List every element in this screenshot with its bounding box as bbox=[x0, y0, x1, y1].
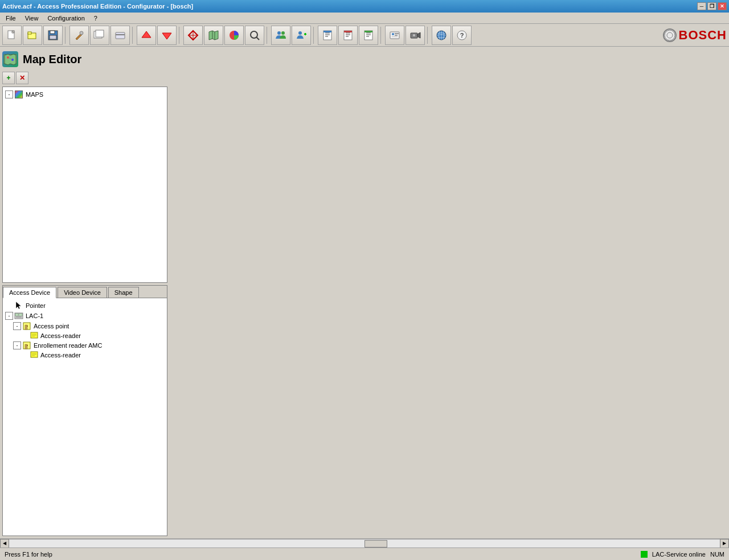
menu-bar: File View Configuration ? bbox=[0, 13, 729, 24]
report1-button[interactable] bbox=[318, 26, 337, 45]
svg-rect-43 bbox=[364, 31, 372, 32]
scroll-left-button[interactable]: ◀ bbox=[0, 539, 9, 548]
menu-help[interactable]: ? bbox=[89, 14, 102, 23]
save-button[interactable] bbox=[43, 26, 63, 45]
svg-rect-66 bbox=[16, 316, 22, 318]
graph-button[interactable] bbox=[183, 26, 203, 45]
access-point-expander[interactable]: - bbox=[13, 322, 21, 330]
svg-marker-62 bbox=[16, 302, 21, 309]
lac-icon bbox=[14, 311, 23, 320]
id-button[interactable] bbox=[385, 26, 404, 45]
svg-point-69 bbox=[27, 326, 28, 327]
access-reader-2-label: Access-reader bbox=[39, 352, 81, 359]
separator-4 bbox=[267, 27, 269, 44]
arrow-down-button[interactable] bbox=[157, 26, 177, 45]
separator-6 bbox=[380, 27, 383, 44]
svg-rect-33 bbox=[323, 31, 331, 32]
toolbar: ? BOSCH bbox=[0, 24, 729, 47]
scroll-thumb[interactable] bbox=[364, 540, 387, 547]
enrollment-icon bbox=[22, 341, 31, 350]
pie-button[interactable] bbox=[224, 26, 244, 45]
svg-marker-50 bbox=[417, 32, 420, 38]
horizontal-scrollbar: ◀ ▶ bbox=[0, 538, 729, 547]
close-button[interactable]: ✕ bbox=[718, 2, 727, 10]
status-bar: Press F1 for help LAC-Service online NUM bbox=[0, 547, 729, 560]
scroll-track[interactable] bbox=[9, 539, 720, 548]
svg-rect-64 bbox=[15, 314, 18, 316]
enrollment-reader-label: Enrollement reader AMC bbox=[32, 342, 102, 349]
globe-button[interactable] bbox=[432, 26, 451, 45]
window-title: Active.acf - Access Professional Edition… bbox=[2, 3, 193, 10]
enrollment-reader-item[interactable]: - Enrollement reader AMC bbox=[5, 340, 165, 351]
svg-text:?: ? bbox=[460, 32, 464, 39]
report3-button[interactable] bbox=[359, 26, 378, 45]
import-button[interactable] bbox=[90, 26, 109, 45]
separator-5 bbox=[313, 27, 316, 44]
access-reader-1-item[interactable]: Access-reader bbox=[5, 331, 165, 340]
content-area: - MAPS Access Device Video Device Shape bbox=[2, 87, 727, 536]
enrollment-expander[interactable]: - bbox=[13, 341, 21, 349]
access-reader-2-item[interactable]: Access-reader bbox=[5, 351, 165, 360]
maps-expander[interactable]: - bbox=[5, 90, 13, 98]
access-point-item[interactable]: - Access point bbox=[5, 321, 165, 331]
action-buttons: + ✕ bbox=[2, 72, 727, 84]
mode-indicator: NUM bbox=[710, 551, 724, 558]
tab-video-device[interactable]: Video Device bbox=[58, 287, 107, 298]
open-button[interactable] bbox=[23, 26, 42, 45]
svg-rect-6 bbox=[50, 31, 55, 34]
pointer-item[interactable]: Pointer bbox=[5, 300, 165, 311]
svg-rect-48 bbox=[392, 36, 398, 37]
title-bar: Active.acf - Access Professional Edition… bbox=[0, 0, 729, 13]
reader-icon-2 bbox=[30, 351, 38, 359]
card-button[interactable] bbox=[110, 26, 130, 45]
pointer-icon bbox=[14, 301, 23, 310]
svg-marker-13 bbox=[142, 31, 151, 38]
svg-point-45 bbox=[392, 33, 394, 35]
map-editor-icon bbox=[2, 51, 18, 67]
status-right: LAC-Service online NUM bbox=[641, 551, 724, 558]
tab-access-device[interactable]: Access Device bbox=[3, 287, 56, 298]
maps-root-item[interactable]: - MAPS bbox=[5, 89, 165, 100]
help-button[interactable]: ? bbox=[452, 26, 472, 45]
separator-1 bbox=[65, 27, 67, 44]
people-button[interactable] bbox=[271, 26, 290, 45]
svg-marker-59 bbox=[5, 54, 16, 65]
separator-3 bbox=[179, 27, 181, 44]
scroll-right-button[interactable]: ▶ bbox=[720, 539, 729, 548]
tools-button[interactable] bbox=[69, 26, 89, 45]
help-text: Press F1 for help bbox=[5, 551, 52, 558]
lac1-label: LAC-1 bbox=[24, 312, 43, 319]
tab-shape[interactable]: Shape bbox=[108, 287, 139, 298]
svg-rect-10 bbox=[96, 30, 104, 37]
tabs: Access Device Video Device Shape bbox=[3, 286, 167, 298]
left-panel: - MAPS Access Device Video Device Shape bbox=[2, 87, 167, 536]
svg-point-76 bbox=[27, 345, 28, 346]
user-add-button[interactable] bbox=[292, 26, 311, 45]
menu-file[interactable]: File bbox=[1, 14, 21, 23]
delete-button[interactable]: ✕ bbox=[16, 72, 28, 84]
new-button[interactable] bbox=[2, 26, 22, 45]
svg-point-26 bbox=[298, 31, 302, 35]
search-button[interactable] bbox=[245, 26, 264, 45]
svg-point-8 bbox=[80, 31, 83, 35]
pointer-label: Pointer bbox=[24, 302, 46, 309]
page-title: Map Editor bbox=[23, 53, 81, 66]
report2-button[interactable] bbox=[338, 26, 358, 45]
lac1-expander[interactable]: - bbox=[5, 312, 13, 320]
menu-configuration[interactable]: Configuration bbox=[43, 14, 89, 23]
menu-view[interactable]: View bbox=[21, 14, 43, 23]
map-canvas: - MAPS bbox=[2, 87, 167, 283]
arrow-up-button[interactable] bbox=[137, 26, 156, 45]
right-panel bbox=[170, 87, 727, 536]
camera-button[interactable] bbox=[406, 26, 425, 45]
minimize-button[interactable]: ─ bbox=[697, 2, 706, 10]
svg-marker-14 bbox=[162, 33, 171, 39]
add-button[interactable]: + bbox=[2, 72, 15, 84]
restore-button[interactable]: ❐ bbox=[707, 2, 716, 10]
lac1-item[interactable]: - LAC-1 bbox=[5, 311, 165, 321]
status-indicator bbox=[641, 551, 648, 558]
tree-panel: Access Device Video Device Shape Pointer bbox=[2, 285, 167, 536]
map-button[interactable] bbox=[204, 26, 223, 45]
access-point-icon bbox=[22, 322, 31, 331]
window-controls: ─ ❐ ✕ bbox=[697, 2, 727, 10]
